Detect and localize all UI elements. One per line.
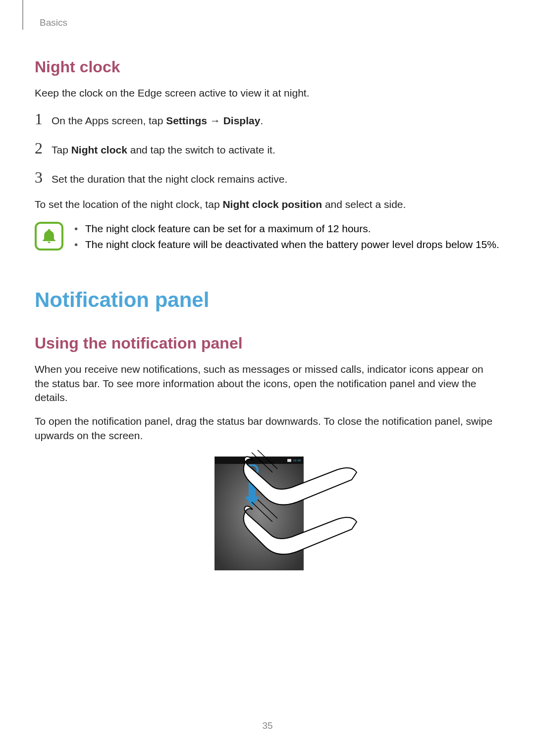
step-number: 2 <box>35 139 52 157</box>
page-content: Basics Night clock Keep the clock on the… <box>0 0 535 604</box>
illustration-container: 10:00 <box>35 455 500 604</box>
step-prefix: On the Apps screen, tap <box>52 115 166 126</box>
step-1: 1 On the Apps screen, tap Settings → Dis… <box>35 110 500 128</box>
step-text: Set the duration that the night clock re… <box>52 172 287 186</box>
phone-status-bar: 10:00 <box>215 457 303 464</box>
step-2: 2 Tap Night clock and tap the switch to … <box>35 139 500 157</box>
battery-icon <box>287 459 291 462</box>
bullet-char: • <box>74 238 85 252</box>
arrow-char: → <box>207 115 223 126</box>
svg-marker-2 <box>245 497 260 506</box>
note-bell-icon <box>35 222 63 251</box>
bell-icon <box>41 228 57 245</box>
after-steps-text: To set the location of the night clock, … <box>35 198 500 211</box>
night-clock-intro: Keep the clock on the Edge screen active… <box>35 86 500 100</box>
step-bold: Settings <box>166 115 207 126</box>
note-list: • The night clock feature can be set for… <box>74 222 499 254</box>
note-box: • The night clock feature can be set for… <box>35 222 500 254</box>
page-number: 35 <box>0 720 535 731</box>
note-text: The night clock feature will be deactiva… <box>85 238 499 252</box>
note-text: The night clock feature can be set for a… <box>85 222 371 236</box>
step-number: 1 <box>35 110 52 128</box>
step-suffix: and tap the switch to activate it. <box>127 144 275 155</box>
step-bold: Night clock <box>71 144 127 155</box>
svg-rect-1 <box>249 475 256 498</box>
bullet-char: • <box>74 222 85 236</box>
svg-point-0 <box>247 465 258 476</box>
phone-illustration: 10:00 <box>211 455 324 604</box>
step-text: Tap Night clock and tap the switch to ac… <box>52 143 275 157</box>
step-number: 3 <box>35 168 52 187</box>
notif-paragraph-2: To open the notification panel, drag the… <box>35 414 500 443</box>
step-prefix: Tap <box>52 144 71 155</box>
after-bold: Night clock position <box>222 199 322 210</box>
step-bold: Display <box>223 115 261 126</box>
phone-screen: 10:00 <box>214 456 304 570</box>
notification-panel-heading: Notification panel <box>35 288 500 312</box>
after-suffix: and select a side. <box>322 199 406 210</box>
steps-list: 1 On the Apps screen, tap Settings → Dis… <box>35 110 500 187</box>
status-time: 10:00 <box>293 459 301 462</box>
using-notification-panel-heading: Using the notification panel <box>35 334 500 353</box>
notif-paragraph-1: When you receive new notifications, such… <box>35 362 500 404</box>
note-item: • The night clock feature can be set for… <box>74 222 499 236</box>
step-3: 3 Set the duration that the night clock … <box>35 168 500 187</box>
step-suffix: . <box>260 115 263 126</box>
header-section-label: Basics <box>40 17 500 28</box>
night-clock-heading: Night clock <box>35 58 500 76</box>
header-tab-marker <box>22 0 23 30</box>
step-text: On the Apps screen, tap Settings → Displ… <box>52 114 263 128</box>
note-item: • The night clock feature will be deacti… <box>74 238 499 252</box>
swipe-down-arrow-icon <box>242 464 262 514</box>
after-prefix: To set the location of the night clock, … <box>35 199 222 210</box>
